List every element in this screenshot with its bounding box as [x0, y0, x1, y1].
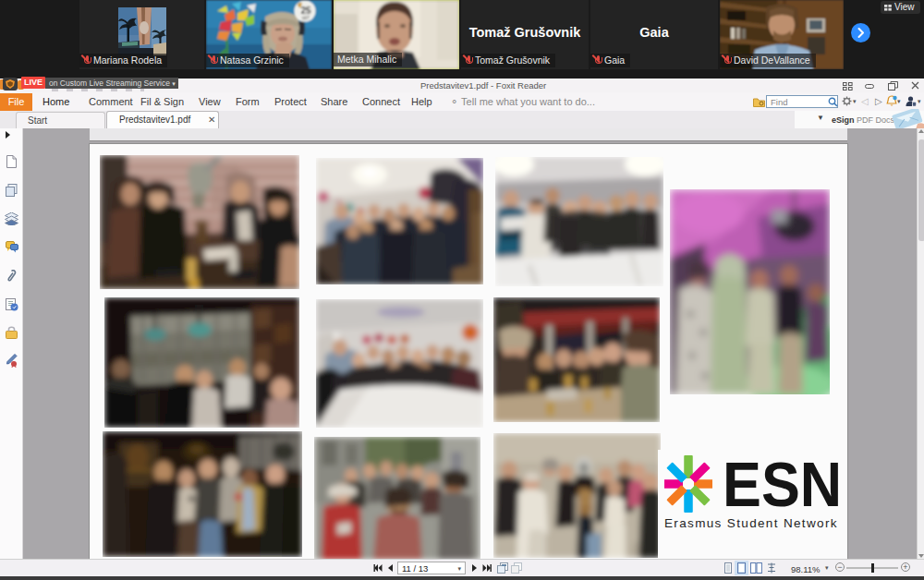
svg-text:LET: LET: [302, 16, 310, 20]
svg-text:25: 25: [300, 6, 311, 16]
